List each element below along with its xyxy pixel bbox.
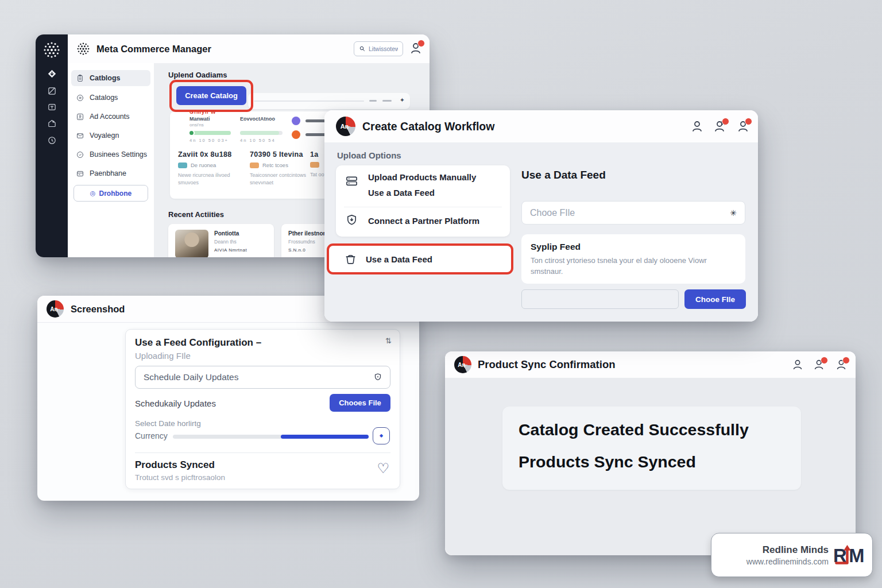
- sidebar-label: Ad Accounts: [90, 113, 130, 121]
- feed-config-card: Use a Feed Configuration – ⇅ Uploading F…: [125, 329, 400, 489]
- workflow-body: Upload Options Upload Products Manually …: [324, 142, 758, 322]
- screenshot-window-title: Screenshod: [71, 304, 125, 315]
- products-synced-sub: Trotuct svd s picftrosaolon: [135, 473, 225, 482]
- stat-chip-teal: [178, 163, 187, 168]
- feed-info-card: Syplip Feed Ton ctirost yrtorieso tsnela…: [521, 234, 745, 284]
- sidebar-label: Catalogs: [90, 94, 118, 102]
- sidebar-label: Businees Settings: [90, 150, 147, 158]
- feed-config-heading: Use a Feed Configuration –: [135, 337, 261, 349]
- timeline-dot-orange: [292, 130, 300, 139]
- shield-arrow-icon: [345, 214, 358, 227]
- sidebar-item-business-settings[interactable]: Businees Settings: [71, 146, 150, 163]
- mini-stat-label: EovvoctAtnoo: [240, 116, 288, 122]
- upload-options-title: Upload Options: [337, 150, 401, 160]
- empty-file-field[interactable]: [521, 289, 679, 309]
- sidebar-item-catalogs-1[interactable]: Catblogs: [71, 70, 150, 86]
- success-message-line1: Catalog Created Successfully: [519, 420, 749, 439]
- watermark-url[interactable]: www.redlineminds.com: [746, 557, 829, 566]
- stat-desc: Newe ricurcnea ilivoed smuvoes: [178, 172, 243, 186]
- sidebar-item-catalogs-2[interactable]: Catalogs: [71, 90, 150, 106]
- currency-label: Currency: [135, 431, 168, 440]
- meta-dots-logo-dark-icon: [76, 41, 91, 56]
- file-input[interactable]: ✳: [521, 201, 745, 225]
- option-connect-partner[interactable]: Connect a Partner Platform: [368, 216, 479, 226]
- meta-dots-logo-icon: [42, 40, 61, 60]
- notification-badge: [821, 357, 828, 364]
- create-catalog-button[interactable]: Create Catalog: [176, 86, 246, 105]
- feed-info-body: Ton ctirost yrtorieso tsnela your el dal…: [531, 256, 734, 277]
- mail-icon: [76, 131, 84, 140]
- divider: [135, 452, 390, 453]
- rail-image-icon[interactable]: [47, 86, 57, 96]
- progress-bar: [240, 131, 283, 135]
- sidebar-item-paenbhane[interactable]: Paenbhane: [71, 165, 150, 181]
- schedule-row-label: Schedukaily Updates: [135, 399, 216, 408]
- currency-slider[interactable]: [173, 435, 369, 439]
- feed-info-title: Syplip Feed: [531, 242, 736, 252]
- stat-chip-orange: [310, 162, 319, 168]
- bucket-icon: [344, 253, 357, 266]
- stack-icon: [345, 175, 358, 188]
- account-avatar-icon[interactable]: [409, 41, 423, 55]
- search-input[interactable]: Litwissotew: [354, 41, 403, 56]
- sidebar-action-button[interactable]: ◎ Drohbone: [74, 185, 148, 202]
- heart-icon[interactable]: ♡: [377, 462, 389, 475]
- progress-bar: [189, 131, 231, 135]
- user-badge-icon[interactable]: [835, 358, 848, 371]
- divider: [344, 207, 502, 207]
- feed-config-subheading: Uploading FIle: [135, 351, 191, 361]
- wallet-icon: [76, 169, 84, 178]
- sidebar-item-voyalegn[interactable]: Voyalegn: [71, 127, 150, 144]
- user-alert-icon[interactable]: [713, 119, 727, 133]
- select-date-label: Select Date horlirtg: [135, 419, 201, 428]
- activity-card[interactable]: Pontiotta Deann ths AIVIA Nmrtnat: [168, 224, 274, 257]
- spinner-icon[interactable]: ⇅: [385, 337, 392, 345]
- sidebar-item-ad-accounts[interactable]: Ad Accounts: [71, 109, 150, 125]
- user-icon[interactable]: [791, 358, 804, 371]
- svg-text:M: M: [849, 544, 864, 566]
- user-badge-icon[interactable]: [736, 119, 750, 133]
- rm-logo-icon: R M: [833, 543, 866, 567]
- sidebar-action-label: Drohbone: [99, 189, 131, 198]
- notification-badge: [842, 357, 850, 364]
- activity-sub: Deann ths: [214, 239, 269, 245]
- rail-home-icon[interactable]: [47, 118, 57, 128]
- confirmation-window-title: Product Sync Confirmation: [478, 358, 616, 371]
- user-alert-icon[interactable]: [813, 358, 826, 371]
- notification-badge: [722, 118, 729, 125]
- activity-photo: [175, 230, 208, 257]
- timeline-dot-purple: [292, 117, 300, 125]
- schedule-input-field[interactable]: [136, 372, 373, 382]
- sparkle-icon[interactable]: ✦: [400, 97, 405, 103]
- screenshot-window: An Screenshod Use a Feed Configuration –…: [37, 296, 419, 501]
- rail-diamond-icon[interactable]: [47, 69, 57, 79]
- slider-handle[interactable]: ◆: [373, 427, 390, 444]
- commerce-window-title: Meta Commerce Manager: [96, 44, 211, 55]
- stat-chip-label: De ruonea: [191, 162, 216, 168]
- create-catalog-highlight: Create Catalog: [169, 80, 253, 112]
- choose-file-button[interactable]: Chooes File: [330, 394, 390, 412]
- choose-file-button[interactable]: Chooe FIle: [684, 289, 746, 309]
- rail-history-icon[interactable]: [47, 136, 57, 145]
- app-logo: An: [336, 117, 355, 136]
- mini-stat-sub: onsi'ns: [189, 122, 235, 127]
- option-use-data-feed[interactable]: Use a Data Feed: [366, 254, 432, 264]
- rail-card-icon[interactable]: [47, 102, 57, 112]
- stat-title: Zaviit 0x 8u188: [178, 150, 247, 158]
- shield-icon: [373, 372, 383, 382]
- option-upload-manually[interactable]: Upload Products Manually: [368, 172, 476, 182]
- app-logo: An: [454, 356, 471, 373]
- workflow-window: An Create Catalog Workflow Upload Option…: [324, 110, 758, 322]
- app-logo-text: An: [50, 306, 57, 312]
- option-upload-manually-sub[interactable]: Use a Data Feed: [368, 188, 435, 198]
- data-feed-highlight: Use a Data Feed: [327, 243, 513, 274]
- schedule-input[interactable]: [135, 366, 390, 389]
- circle-dot-icon: [76, 94, 84, 102]
- mini-toolbar: ✦: [248, 93, 410, 109]
- section-title: Uplend Oadiams: [168, 71, 227, 79]
- file-input-field[interactable]: [522, 208, 730, 218]
- app-logo: An: [47, 300, 64, 318]
- data-feed-panel-title: Use a Data Feed: [521, 169, 606, 181]
- user-icon[interactable]: [690, 119, 704, 133]
- id-card-icon: [76, 113, 84, 121]
